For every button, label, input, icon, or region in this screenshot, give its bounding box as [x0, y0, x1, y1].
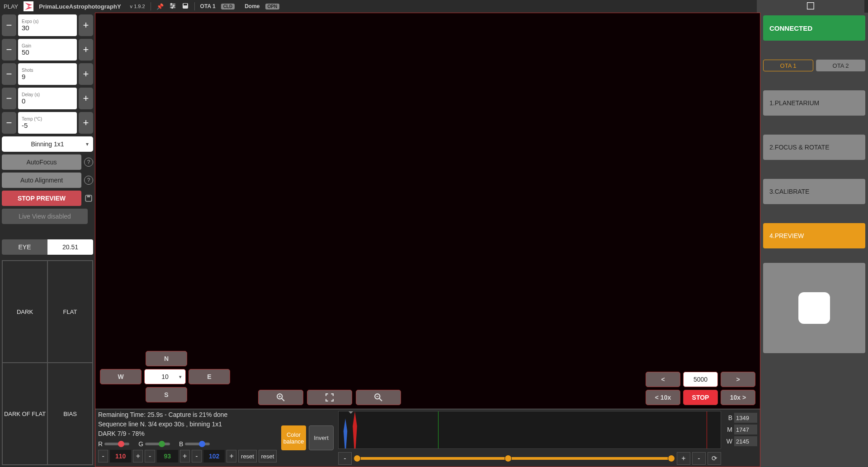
focus-value-input[interactable]: 5000	[683, 372, 718, 387]
temp-minus[interactable]: −	[2, 112, 16, 134]
zoom-out-button[interactable]	[356, 390, 401, 405]
west-button[interactable]: W	[100, 369, 142, 384]
focus-gt10-button[interactable]: 10x >	[721, 390, 755, 405]
histogram[interactable]	[338, 411, 721, 449]
chevron-down-icon: ▾	[179, 374, 182, 380]
range-slider[interactable]	[354, 457, 675, 460]
temp-value[interactable]: -5	[22, 121, 73, 129]
expo-stepper: − Expo (s)30 +	[2, 14, 93, 36]
dark-button[interactable]: DARK	[2, 261, 47, 363]
focuser-controls: < 5000 > < 10x STOP 10x >	[646, 372, 755, 405]
nav-focus-rotate[interactable]: 2.FOCUS & ROTATE	[763, 135, 865, 160]
svg-point-3	[170, 3, 172, 5]
auto-alignment-help-icon[interactable]: ?	[84, 176, 93, 185]
dark-of-flat-button[interactable]: DARK OF FLAT	[2, 363, 47, 465]
stat-m-value: 1747	[734, 425, 757, 434]
titlebar: PLAY PrimaLuceAstrophotographY v 1.9.2 📌…	[0, 0, 868, 13]
focus-stop-button[interactable]: STOP	[683, 390, 718, 405]
svg-rect-9	[87, 196, 90, 197]
focus-lt-button[interactable]: <	[646, 372, 680, 387]
gain-value[interactable]: 50	[22, 48, 73, 56]
shots-plus[interactable]: +	[79, 63, 93, 85]
g-minus[interactable]: -	[145, 450, 155, 462]
expo-minus[interactable]: −	[2, 14, 16, 36]
r-value: 110	[110, 450, 131, 462]
focus-gt-button[interactable]: >	[721, 372, 755, 387]
r-slider[interactable]	[104, 443, 129, 445]
save-icon[interactable]	[182, 2, 189, 11]
direction-pad: N W 10▾ E S	[100, 351, 230, 405]
zoom-fit-button[interactable]	[307, 390, 352, 405]
ota2-tab[interactable]: OTA 2	[816, 60, 865, 71]
nav-preview[interactable]: 4.PREVIEW	[763, 223, 865, 248]
titlebar-dome-badge: OPN	[265, 4, 280, 9]
range-plus[interactable]: +	[677, 452, 690, 465]
delay-minus[interactable]: −	[2, 88, 16, 109]
autofocus-help-icon[interactable]: ?	[84, 158, 93, 167]
color-balance-button[interactable]: Color balance	[281, 425, 306, 450]
delay-value[interactable]: 0	[22, 97, 73, 105]
start-button[interactable]	[798, 292, 830, 324]
expo-plus[interactable]: +	[79, 14, 93, 36]
nav-planetarium[interactable]: 1.PLANETARIUM	[763, 90, 865, 116]
refresh-icon[interactable]: ⟳	[708, 452, 721, 465]
settings-icon[interactable]	[169, 2, 176, 11]
stat-m-label: M	[726, 426, 732, 433]
preview-image[interactable]: N W 10▾ E S < 5000 > <	[95, 13, 760, 409]
gain-label: Gain	[22, 43, 73, 48]
connection-status[interactable]: CONNECTED	[763, 15, 865, 41]
invert-button[interactable]: Invert	[309, 425, 334, 450]
svg-rect-7	[184, 4, 187, 5]
progress-text: DARK 7/9 - 78%	[98, 430, 277, 437]
nav-calibrate[interactable]: 3.CALIBRATE	[763, 179, 865, 204]
titlebar-dome-label: Dome	[245, 3, 259, 9]
autofocus-button[interactable]: AutoFocus	[2, 154, 81, 170]
eye-value[interactable]: 20.51	[47, 239, 93, 255]
g-slider-label: G	[138, 440, 143, 448]
bias-button[interactable]: BIAS	[47, 363, 93, 465]
b-plus[interactable]: +	[226, 450, 236, 462]
g-plus[interactable]: +	[180, 450, 190, 462]
pin-icon[interactable]: 📌	[156, 3, 164, 10]
gain-minus[interactable]: −	[2, 39, 16, 61]
r-plus[interactable]: +	[133, 450, 143, 462]
east-button[interactable]: E	[189, 369, 230, 384]
maximize-icon[interactable]: ☐	[806, 0, 815, 12]
save-preview-icon[interactable]	[84, 194, 93, 203]
speed-select[interactable]: 10▾	[144, 369, 186, 384]
delay-plus[interactable]: +	[79, 88, 93, 109]
flat-button[interactable]: FLAT	[47, 261, 93, 363]
range-minus[interactable]: -	[338, 452, 352, 465]
b-slider[interactable]	[185, 443, 210, 445]
temp-plus[interactable]: +	[79, 112, 93, 134]
center-area: N W 10▾ E S < 5000 > <	[95, 13, 760, 467]
r-minus[interactable]: -	[98, 450, 108, 462]
shots-minus[interactable]: −	[2, 63, 16, 85]
north-button[interactable]: N	[146, 351, 187, 366]
ota1-tab[interactable]: OTA 1	[763, 60, 813, 71]
gain-plus[interactable]: +	[79, 39, 93, 61]
auto-alignment-button[interactable]: Auto Alignment	[2, 173, 81, 188]
svg-point-4	[173, 5, 174, 6]
binning-select[interactable]: Binning 1x1 ▾	[2, 136, 93, 152]
svg-line-11	[282, 398, 284, 401]
focus-lt10-button[interactable]: < 10x	[646, 390, 680, 405]
stat-b-value: 1349	[734, 413, 757, 423]
svg-line-15	[379, 398, 382, 401]
range-minus2[interactable]: -	[692, 452, 706, 465]
reset-rgb-button[interactable]: reset	[238, 450, 256, 462]
temp-stepper: − Temp (°C)-5 +	[2, 112, 93, 134]
start-panel	[763, 263, 865, 353]
r-slider-label: R	[98, 440, 103, 448]
app-prefix: PLAY	[4, 3, 18, 10]
b-minus[interactable]: -	[192, 450, 202, 462]
stop-preview-button[interactable]: STOP PREVIEW	[2, 191, 81, 206]
delay-label: Delay (s)	[22, 92, 73, 97]
reset-all-button[interactable]: reset	[259, 450, 277, 462]
zoom-in-button[interactable]	[258, 390, 303, 405]
shots-value[interactable]: 9	[22, 73, 73, 80]
chevron-down-icon: ▾	[86, 141, 89, 147]
south-button[interactable]: S	[146, 387, 187, 402]
g-slider[interactable]	[145, 443, 170, 445]
expo-value[interactable]: 30	[22, 24, 73, 32]
